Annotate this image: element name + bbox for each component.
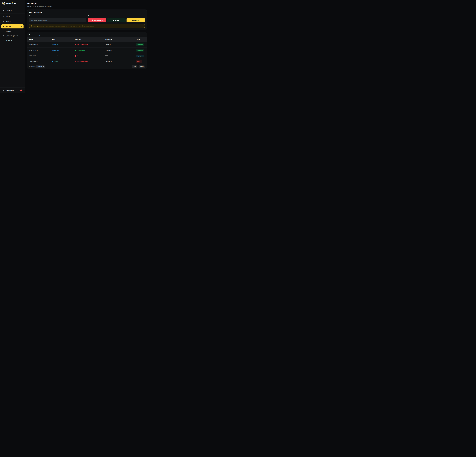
sidebar-item-overview[interactable]: Обзор [0, 15, 25, 18]
chevron-down-icon [43, 66, 44, 67]
table-row: 22.12, 12:39:32 srv-web-01 Изолировать х… [27, 42, 147, 47]
shield-icon [75, 50, 76, 51]
row-initiator: Иванов А. [105, 44, 136, 45]
main-content: Реакция Управление изоляцией и возвратом… [25, 0, 149, 93]
warning-triangle-icon [31, 25, 32, 27]
notifications-label: Уведомления [6, 90, 14, 91]
sidebar-item-label: Реакция [6, 25, 11, 27]
history-title: История реакций [29, 34, 145, 36]
sidebar-item-reaction[interactable]: Реакция [1, 24, 24, 28]
shield-logo-icon [2, 2, 5, 5]
sidebar: serebrıum Свернуть Обзор Але [0, 0, 25, 93]
action-label: Действие [88, 15, 145, 17]
sidebar-item-alerts[interactable]: Алерты [0, 20, 25, 23]
status-badge: Ошибка [136, 60, 142, 63]
shield-icon [112, 19, 114, 21]
row-initiator: Сидоров И. [105, 61, 136, 62]
table-header-row: Время Хост Действие Инициатор Статус [27, 37, 147, 42]
notifications-count-badge: 5 [20, 90, 22, 91]
shield-off-icon [75, 44, 76, 45]
sidebar-item-scanners[interactable]: Сканеры [0, 30, 25, 33]
isolate-button[interactable]: Изолировать [88, 18, 106, 22]
shield-icon [3, 25, 4, 27]
brand-logo: serebrıum [0, 0, 25, 8]
hamburger-icon [3, 9, 5, 11]
warning-text: Изоляция хоста приведет к полному отключ… [34, 25, 94, 27]
col-header-action: Действие [75, 39, 105, 40]
quick-reaction-card: Быстрая реакция Хост Действие [27, 9, 147, 30]
scan-frame-icon [3, 30, 4, 32]
chevron-right-icon [21, 25, 22, 27]
shield-off-icon [75, 55, 76, 57]
col-header-host: Хост [52, 39, 75, 40]
brand-name: serebrıum [6, 3, 16, 5]
col-header-status: Статус [136, 39, 147, 40]
sidebar-item-label: Сканеры [6, 30, 11, 32]
row-initiator: SOC [105, 55, 136, 57]
row-time: 22.12, 12:39:32 [29, 50, 52, 51]
shield-off-icon [92, 19, 93, 21]
row-action: Изолировать хост [75, 55, 105, 57]
sidebar-nav: Обзор Алерты Реакция [0, 14, 25, 87]
status-badge: Выполнено [136, 49, 144, 51]
row-time: 22.12, 12:39:32 [29, 55, 52, 57]
host-select[interactable] [29, 18, 86, 22]
page-size-dropdown[interactable]: 4 действия [35, 65, 45, 68]
return-button[interactable]: Вернуть [107, 18, 126, 22]
chevron-down-icon [84, 20, 85, 21]
key-icon [3, 35, 4, 37]
row-action: Изолировать хост [75, 44, 105, 45]
status-badge: Выполнено [136, 43, 144, 46]
quick-reaction-title: Быстрая реакция [29, 11, 145, 13]
table-row: 22.12, 12:39:32 ws-user-042 Вернуть хост… [27, 47, 147, 53]
isolation-warning-banner: Изоляция хоста приведет к полному отключ… [29, 24, 145, 28]
col-header-initiator: Инициатор [105, 39, 136, 40]
row-time: 22.12, 12:39:32 [29, 44, 52, 45]
shown-label: Показано: [29, 66, 35, 67]
dashboard-icon [3, 16, 4, 17]
run-button[interactable]: Запустить [127, 18, 145, 22]
col-header-time: Время [29, 39, 52, 40]
sidebar-item-label: Алерты [6, 20, 10, 22]
host-link[interactable]: ws-user-042 [52, 50, 75, 51]
host-input[interactable] [31, 19, 83, 21]
sidebar-item-label: Обзор [6, 16, 9, 17]
row-action: Вернуть хост [75, 50, 105, 51]
host-label: Хост [29, 15, 86, 17]
row-time: 22.12, 12:39:32 [29, 61, 52, 62]
prev-page-button[interactable]: Назад [132, 65, 137, 68]
topology-icon [3, 40, 4, 42]
sidebar-item-label: Администрирование [6, 35, 18, 37]
shield-off-icon [75, 61, 76, 62]
page-title: Реакция [27, 2, 147, 5]
row-action: Изолировать хост [75, 61, 105, 62]
host-link[interactable]: db-test-01 [52, 61, 75, 62]
sidebar-item-topology[interactable]: Топология [0, 39, 25, 42]
notifications-button[interactable]: Уведомления 5 [0, 87, 25, 93]
sidebar-item-label: Топология [6, 40, 12, 41]
history-card: История реакций Время Хост Действие Иниц… [27, 32, 147, 69]
sidebar-collapse-button[interactable]: Свернуть [0, 8, 25, 14]
table-footer: Показано: 4 действия Назад Вперед [27, 64, 147, 69]
next-page-button[interactable]: Вперед [138, 65, 145, 68]
table-row: 22.12, 12:39:32 srv-web-02 Изолировать х… [27, 53, 147, 59]
alert-icon [3, 20, 5, 22]
table-row: 22.12, 12:39:32 db-test-01 Изолировать х… [27, 59, 147, 64]
sidebar-collapse-label: Свернуть [6, 10, 12, 11]
page-subtitle: Управление изоляцией и возвратом хостов [27, 6, 147, 8]
sidebar-item-administration[interactable]: Администрирование [0, 34, 25, 37]
status-badge: В процессе [136, 55, 144, 57]
host-link[interactable]: srv-web-01 [52, 44, 75, 45]
row-initiator: Петрова М. [105, 50, 136, 51]
host-link[interactable]: srv-web-02 [52, 55, 75, 57]
bell-icon [3, 90, 4, 91]
